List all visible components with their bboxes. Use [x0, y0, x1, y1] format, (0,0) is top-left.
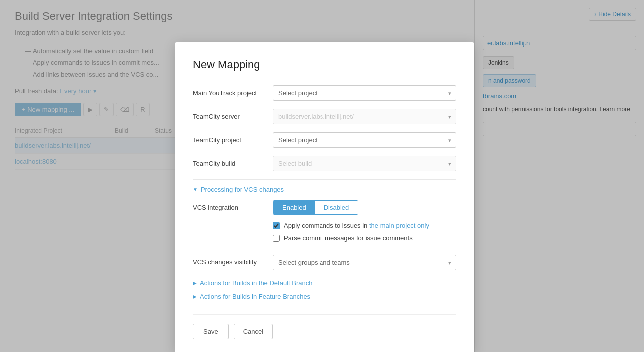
modal-footer: Save Cancel: [193, 314, 456, 339]
vcs-visibility-row: VCS changes visibility Select groups and…: [193, 255, 456, 270]
cancel-button[interactable]: Cancel: [234, 324, 273, 339]
actions-feature-branches-section[interactable]: ▶ Actions for Builds in Feature Branches: [193, 293, 456, 300]
vcs-section-title: Processing for VCS changes: [201, 186, 284, 193]
actions-feature-branches-label: Actions for Builds in Feature Branches: [200, 293, 310, 300]
modal-new-mapping: New Mapping Main YouTrack project Select…: [175, 42, 474, 352]
vcs-visibility-select[interactable]: Select groups and teams: [273, 255, 456, 270]
teamcity-project-control: Select project ▾: [273, 132, 456, 148]
teamcity-server-control: buildserver.labs.intellij.net/ ▾: [273, 109, 456, 124]
page-container: Build Server Integration Settings Integr…: [0, 0, 644, 352]
parse-commits-label: Parse commit messages for issue comments: [284, 234, 413, 242]
section-divider: [193, 179, 456, 180]
main-project-select[interactable]: Select project: [273, 85, 456, 101]
teamcity-build-label: TeamCity build: [193, 160, 273, 167]
teamcity-server-row: TeamCity server buildserver.labs.intelli…: [193, 109, 456, 124]
actions-default-branch-section[interactable]: ▶ Actions for Builds in the Default Bran…: [193, 279, 456, 287]
vcs-section-header[interactable]: ▼ Processing for VCS changes: [193, 186, 456, 193]
teamcity-build-control: Select build ▾: [273, 156, 456, 171]
vcs-visibility-control: Select groups and teams ▾: [273, 255, 456, 270]
vcs-section: ▼ Processing for VCS changes VCS integra…: [193, 186, 456, 270]
actions-default-branch-label: Actions for Builds in the Default Branch: [200, 279, 312, 287]
expand-arrow-icon: ▼: [193, 187, 198, 192]
teamcity-build-row: TeamCity build Select build ▾: [193, 156, 456, 171]
vcs-integration-controls: Enabled Disabled Apply commands to issue…: [273, 200, 456, 247]
parse-commits-row: Parse commit messages for issue comments: [273, 234, 456, 242]
enabled-button[interactable]: Enabled: [273, 201, 315, 214]
teamcity-project-label: TeamCity project: [193, 136, 273, 144]
apply-commands-row: Apply commands to issues in the main pro…: [273, 222, 456, 229]
teamcity-project-row: TeamCity project Select project ▾: [193, 132, 456, 148]
parse-commits-checkbox[interactable]: [273, 235, 280, 242]
expand-arrow-icon-2: ▶: [193, 280, 197, 286]
save-button[interactable]: Save: [193, 324, 229, 339]
teamcity-server-select[interactable]: buildserver.labs.intellij.net/: [273, 109, 456, 124]
main-project-row: Main YouTrack project Select project ▾: [193, 85, 456, 101]
main-project-label: Main YouTrack project: [193, 89, 273, 97]
teamcity-server-label: TeamCity server: [193, 113, 273, 120]
modal-title: New Mapping: [193, 58, 456, 71]
vcs-toggle-group: Enabled Disabled: [273, 200, 358, 215]
vcs-visibility-label: VCS changes visibility: [193, 255, 273, 266]
apply-commands-label: Apply commands to issues in the main pro…: [284, 222, 429, 229]
vcs-integration-label: VCS integration: [193, 200, 273, 211]
teamcity-project-select[interactable]: Select project: [273, 132, 456, 148]
apply-commands-checkbox[interactable]: [273, 222, 280, 229]
vcs-integration-row: VCS integration Enabled Disabled Apply c…: [193, 200, 456, 247]
disabled-button[interactable]: Disabled: [315, 201, 358, 214]
main-project-control: Select project ▾: [273, 85, 456, 101]
teamcity-build-select[interactable]: Select build: [273, 156, 456, 171]
expand-arrow-icon-3: ▶: [193, 294, 197, 299]
